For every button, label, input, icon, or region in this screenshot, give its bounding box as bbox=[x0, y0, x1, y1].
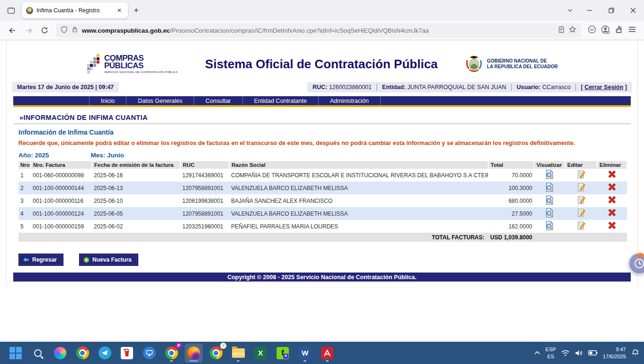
wifi-icon[interactable] bbox=[561, 350, 570, 356]
extensions-icon[interactable] bbox=[615, 25, 623, 36]
menu-item-entidad-contratante[interactable]: Entidad Contratante bbox=[243, 96, 319, 106]
taskbar-telegram-button[interactable] bbox=[96, 344, 114, 363]
total-row: TOTAL FACTURAS: USD 1,039.8000 bbox=[18, 233, 627, 242]
browser-tab-strip: Infima Cuantía - Registro ✕ + bbox=[0, 0, 644, 21]
visualizar-icon[interactable] bbox=[545, 174, 554, 181]
eliminar-icon[interactable] bbox=[608, 186, 617, 193]
visualizar-icon[interactable] bbox=[545, 212, 554, 219]
main-menu: Inicio Datos Generales Consultar Entidad… bbox=[13, 96, 631, 107]
tab-close-icon[interactable]: ✕ bbox=[115, 6, 124, 15]
taskbar-chrome-button[interactable] bbox=[73, 344, 91, 363]
telegram-icon bbox=[98, 346, 111, 359]
shield-icon[interactable] bbox=[61, 26, 68, 35]
eliminar-icon[interactable] bbox=[608, 173, 617, 180]
eliminar-icon[interactable] bbox=[608, 199, 617, 206]
taskbar-accounting-app-button[interactable]: f✕ bbox=[274, 344, 292, 363]
menu-item-consultar[interactable]: Consultar bbox=[194, 96, 243, 106]
language-indicator[interactable]: ESP ES bbox=[546, 346, 556, 360]
running-indicator bbox=[170, 360, 173, 362]
forward-icon[interactable] bbox=[21, 23, 36, 37]
site-footer: Copyright © 2008 - 2025 Servicio Naciona… bbox=[13, 273, 631, 282]
period-labels: Año: 2025 Mes: Junio bbox=[18, 152, 637, 159]
taskbar-uninstaller-button[interactable] bbox=[118, 344, 136, 363]
bookmark-star-icon[interactable] bbox=[569, 26, 576, 35]
visualizar-icon[interactable] bbox=[545, 200, 554, 206]
battery-icon[interactable] bbox=[588, 350, 598, 355]
editar-icon[interactable] bbox=[577, 174, 586, 181]
month-label: Mes: Junio bbox=[91, 152, 125, 159]
start-button[interactable] bbox=[7, 344, 25, 363]
menu-item-datos-generales[interactable]: Datos Generales bbox=[126, 96, 194, 106]
taskbar-chrome-profile-2-button[interactable]: ◔ bbox=[207, 344, 225, 363]
user-session-box: RUC: 1260023860001 │ Entidad: JUNTA PARR… bbox=[307, 82, 632, 92]
browser-tab[interactable]: Infima Cuantía - Registro ✕ bbox=[22, 2, 128, 18]
menu-item-inicio[interactable]: Inicio bbox=[89, 96, 126, 106]
back-icon[interactable] bbox=[5, 23, 20, 37]
header-fecha: Fecha de emisión de la factura bbox=[92, 161, 180, 169]
pocket-icon[interactable] bbox=[588, 25, 596, 36]
window-minimize-button[interactable] bbox=[579, 0, 600, 21]
editar-icon[interactable] bbox=[577, 225, 586, 232]
list-tabs-chevron-icon[interactable] bbox=[562, 7, 579, 14]
header-visualizar: Visualizar bbox=[534, 161, 565, 169]
site-favicon bbox=[26, 7, 33, 14]
clock-icon bbox=[634, 258, 644, 269]
table-row: 2 001-100-000000144 2025-06-13 120795889… bbox=[18, 182, 627, 194]
page-content: COMPRAS PÚBLICAS SERVICIO NACIONAL DE CO… bbox=[0, 40, 644, 342]
tray-chevron-up-icon[interactable] bbox=[534, 351, 540, 355]
lock-icon[interactable] bbox=[72, 26, 78, 35]
menu-hamburger-icon[interactable] bbox=[628, 25, 636, 36]
taskbar-excel-button[interactable]: X bbox=[251, 344, 269, 363]
search-icon bbox=[34, 349, 42, 357]
logout-label[interactable]: Cerrar Sesión bbox=[584, 84, 623, 91]
taskbar-search-button[interactable] bbox=[29, 344, 47, 363]
browser-toolbar: www.compraspublicas.gob.ec/ProcesoContra… bbox=[0, 21, 644, 40]
visualizar-icon[interactable] bbox=[545, 225, 554, 232]
eliminar-icon[interactable] bbox=[608, 212, 617, 218]
new-tab-button[interactable]: + bbox=[128, 5, 144, 16]
menu-item-administracion[interactable]: Administración bbox=[319, 96, 381, 106]
account-icon[interactable] bbox=[601, 25, 610, 36]
regresar-button[interactable]: Regresar bbox=[18, 254, 63, 266]
nueva-factura-button[interactable]: Nueva Factura bbox=[79, 254, 138, 266]
taskbar-clock[interactable]: 9:47 17/6/2025 bbox=[603, 346, 626, 360]
svg-text:z: z bbox=[637, 349, 638, 352]
window-close-button[interactable] bbox=[622, 0, 644, 21]
eliminar-icon[interactable] bbox=[608, 225, 617, 231]
taskbar-word-button[interactable]: W bbox=[296, 344, 314, 363]
windows-taskbar: P ◔ X f✕ W ESP ES 9:47 17/6/2025 z bbox=[0, 342, 644, 364]
ruc-value: 1260023860001 bbox=[329, 84, 372, 91]
url-bar[interactable]: www.compraspublicas.gob.ec/ProcesoContra… bbox=[56, 23, 581, 38]
notification-bell-icon[interactable]: z bbox=[631, 349, 639, 357]
volume-icon[interactable] bbox=[575, 350, 583, 356]
nueva-factura-label: Nueva Factura bbox=[92, 256, 132, 263]
active-window-indicator bbox=[189, 360, 198, 362]
window-restore-button[interactable] bbox=[600, 0, 622, 21]
reader-mode-icon[interactable] bbox=[558, 26, 565, 35]
app-badge-icon: ✕ bbox=[283, 354, 288, 359]
taskbar-file-explorer-button[interactable] bbox=[229, 344, 247, 363]
firefox-view-icon[interactable] bbox=[4, 3, 18, 18]
reload-icon[interactable] bbox=[37, 23, 52, 37]
visualizar-icon[interactable] bbox=[545, 187, 554, 193]
tray-date: 17/6/2025 bbox=[603, 353, 626, 360]
entity-label: Entidad: bbox=[382, 84, 406, 91]
editar-icon[interactable] bbox=[577, 212, 586, 219]
taskbar-copilot-button[interactable] bbox=[51, 344, 69, 363]
taskbar-firefox-button[interactable] bbox=[185, 344, 203, 363]
editar-icon[interactable] bbox=[577, 187, 586, 193]
taskbar-chrome-profile-p-button[interactable]: P bbox=[162, 344, 180, 363]
excel-icon: X bbox=[254, 347, 267, 359]
compras-publicas-logo: COMPRAS PÚBLICAS SERVICIO NACIONAL DE CO… bbox=[87, 54, 178, 74]
editar-icon[interactable] bbox=[577, 200, 586, 206]
taskbar-remote-desktop-button[interactable] bbox=[140, 344, 158, 363]
logout-link[interactable]: [ Cerrar Sesión ] bbox=[581, 84, 627, 91]
profile-badge: ◔ bbox=[220, 342, 227, 349]
tray-time: 9:47 bbox=[603, 346, 626, 353]
table-row: 1 001-060-000000098 2025-06-16 129174436… bbox=[18, 169, 627, 182]
compras-publicas-mosaic-icon bbox=[87, 54, 101, 74]
url-domain: www.compraspublicas.gob.ec bbox=[82, 27, 170, 34]
accounting-app-icon: f✕ bbox=[277, 347, 289, 359]
tab-title: Infima Cuantía - Registro bbox=[36, 7, 112, 14]
taskbar-acrobat-button[interactable] bbox=[318, 344, 336, 363]
